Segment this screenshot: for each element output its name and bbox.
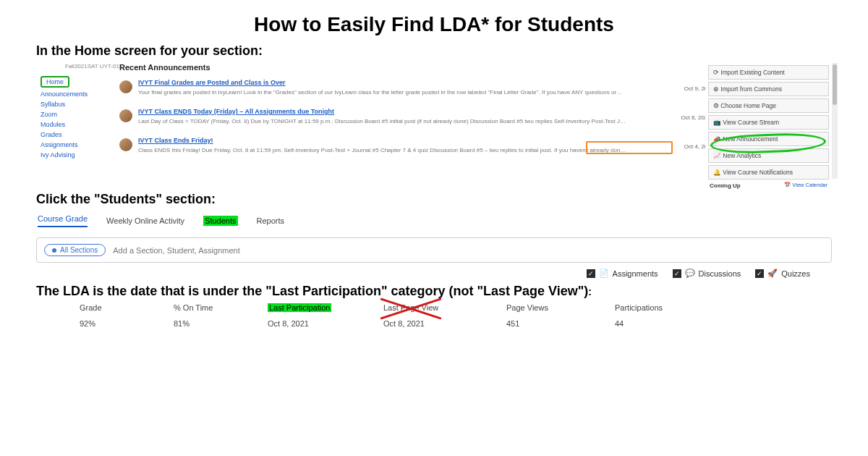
orange-highlight-box: [586, 141, 673, 154]
nav-ivyadvising[interactable]: Ivy Advising: [41, 151, 111, 159]
view-calendar-link[interactable]: 📅 View Calendar: [784, 182, 827, 188]
filter-placeholder[interactable]: Add a Section, Student, Assignment: [113, 246, 240, 255]
import-from-commons-button[interactable]: ⊕ Import from Commons: [708, 82, 829, 96]
val-grade: 92%: [80, 319, 174, 328]
coming-up-label: Coming Up: [710, 182, 741, 189]
course-nav: Home Announcements Syllabus Zoom Modules…: [36, 73, 116, 161]
table-screenshot: Grade % On Time Last Participation Last …: [36, 303, 832, 328]
col-participations: Participations: [615, 303, 723, 312]
check-discussions[interactable]: ✓ 💬 Discussions: [673, 269, 741, 278]
tab-students[interactable]: Students: [203, 216, 237, 226]
nav-syllabus[interactable]: Syllabus: [41, 101, 111, 108]
col-last-page-view: Last Page View: [383, 303, 438, 312]
step2-heading: Click the "Students" section:: [36, 192, 832, 207]
home-screenshot: Fall2021SAT UYT-011-... Home Announcemen…: [36, 63, 832, 186]
tab-course-grade[interactable]: Course Grade: [38, 214, 88, 227]
step1-heading: In the Home screen for your section:: [36, 43, 832, 59]
val-last-page-view: Oct 8, 2021: [383, 319, 506, 328]
nav-announcements[interactable]: Announcements: [41, 90, 111, 98]
recent-announcements-heading: Recent Announcements: [119, 63, 210, 72]
announcement-body: Class ENDS this Friday! Due Friday, Oct.…: [138, 147, 633, 153]
announcement-body: Your final grades are posted in IvyLearn…: [138, 89, 633, 96]
tab-reports[interactable]: Reports: [257, 216, 285, 225]
col-page-views: Page Views: [506, 303, 615, 312]
val-page-views: 451: [506, 319, 615, 328]
nav-zoom[interactable]: Zoom: [41, 111, 111, 118]
nav-home[interactable]: Home: [41, 76, 69, 88]
page-title: How to Easily Find LDA* for Students: [36, 13, 832, 36]
nav-grades[interactable]: Grades: [41, 131, 111, 138]
check-quizzes[interactable]: ✓ 🚀 Quizzes: [755, 269, 810, 278]
announcement-title[interactable]: IVYT Final Grades are Posted and Class i…: [138, 79, 286, 86]
nav-modules[interactable]: Modules: [41, 121, 111, 128]
col-on-time: % On Time: [174, 303, 268, 312]
announcement-body: Last Day of Class = TODAY (Friday, Oct. …: [138, 118, 633, 124]
filter-bar[interactable]: All Sections Add a Section, Student, Ass…: [36, 237, 832, 263]
val-on-time: 81%: [174, 319, 268, 328]
scrollbar[interactable]: [832, 63, 838, 179]
announcement-title[interactable]: IVYT Class ENDS Today (Friday) – All Ass…: [138, 108, 334, 115]
tab-weekly-activity[interactable]: Weekly Online Activity: [106, 216, 184, 225]
checkbox-icon: ✓: [673, 269, 681, 278]
all-sections-chip[interactable]: All Sections: [44, 244, 106, 256]
val-participations: 44: [615, 319, 723, 328]
choose-home-page-button[interactable]: ⚙ Choose Home Page: [708, 98, 829, 113]
announcement-title[interactable]: IVYT Class Ends Friday!: [138, 137, 213, 144]
right-sidebar: ⟳ Import Existing Content ⊕ Import from …: [705, 63, 832, 189]
nav-assignments[interactable]: Assignments: [41, 141, 111, 148]
col-grade: Grade: [80, 303, 174, 312]
checkbox-icon: ✓: [587, 269, 595, 278]
col-last-participation: Last Participation: [268, 303, 331, 312]
val-last-participation: Oct 8, 2021: [268, 319, 383, 328]
avatar: [119, 80, 132, 93]
analytics-screenshot: Course Grade Weekly Online Activity Stud…: [36, 211, 832, 278]
checkbox-icon: ✓: [755, 269, 764, 278]
table-row: 92% 81% Oct 8, 2021 Oct 8, 2021 451 44: [36, 319, 832, 328]
view-course-notifications-button[interactable]: 🔔 View Course Notifications: [708, 165, 829, 180]
check-assignments[interactable]: ✓ 📄 Assignments: [587, 269, 658, 278]
avatar: [119, 109, 132, 122]
avatar: [119, 138, 132, 151]
view-course-stream-button[interactable]: 📺 View Course Stream: [708, 115, 829, 130]
import-existing-content-button[interactable]: ⟳ Import Existing Content: [708, 65, 829, 80]
step3-heading: The LDA is the date that is under the "L…: [36, 284, 832, 299]
